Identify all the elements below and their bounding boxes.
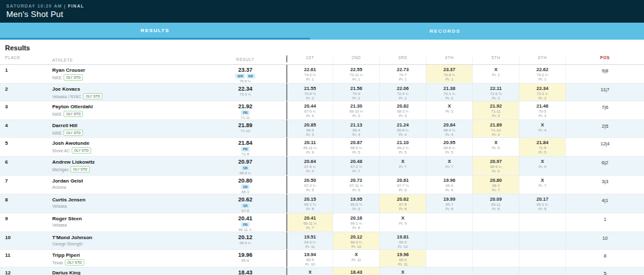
athlete-affiliation: Velaasa [52,204,67,208]
attempt-imperial: 66-1 ¾ [333,222,379,225]
col-header-1st: 1ST [286,55,333,62]
pos-cell: 3|3 [565,176,644,194]
attempt-mark: 22.61 [287,67,333,72]
result-mark: 20.80 [204,177,286,184]
attempt-cell: 20.95 68-8 ¾ Pt: 5 [426,138,472,156]
pos-cell: 4|1 [565,194,644,213]
attempt-mark: 20.72 [333,177,379,183]
attempt-points: Pt: 9 [287,150,333,154]
result-cell: 23.37 WRNR 76-8 ¼ [204,65,286,83]
col-header-result: RESULT [204,55,286,62]
attempt-points: Pt: 8 [426,207,472,211]
result-cell: 20.97 SB 68-9 ¾ [204,157,286,175]
attempt-cell: 19.95 65-5 ½ Pt: 9 [333,194,379,213]
attempt-mark: X [287,269,333,275]
attempt-cell: 21.30 69-10 ¾ Pt: 3 [333,101,379,120]
attempt-points: Pt: 7 [519,184,565,188]
attempt-cell: 19.96 65-6 Pt: 6 [426,176,472,194]
attempt-points: Pt: 10 [380,245,426,249]
attempt-cell: 20.12 66-0 ¼ Pt: 10 [333,232,379,249]
attempt-mark: 22.73 [380,67,426,72]
attempt-cell: 22.73 74-7 Pt: 1 [379,65,426,83]
place-cell: 2 [0,84,47,101]
result-badges: PB [204,222,286,227]
athlete-affiliation: NIKE [52,112,62,116]
result-cell: 21.92 PB 71-11 [204,101,286,120]
result-imperial: 66-0 ¼ [204,241,286,245]
attempt-mark: 20.17 [519,196,565,202]
athlete-name: Darrell Hill [52,123,204,128]
result-imperial: 71-11 [204,116,286,120]
place-label: 12 [5,270,11,275]
attempt-imperial: 68-3 ¾ [380,109,426,113]
result-imperial: 68-3 [204,190,286,194]
tab-results[interactable]: RESULTS [0,23,310,40]
attempt-imperial: 70-5 [519,109,565,113]
athlete-affiliation: Shore AC [52,149,70,153]
attempt-points: Pt: 4 [380,133,426,137]
pos-cell: 8 [565,250,644,267]
attempt-imperial: 67-11 ¾ [333,184,379,188]
result-mark: 23.37 [204,67,286,73]
result-cell: 21.89 71-10 [204,120,286,137]
athlete-cell: Curtis Jensen Velaasa [47,194,204,213]
meta-separator: | [64,4,66,8]
oly-std-badge: OLY STD [83,93,103,99]
place-cell: 4 [0,120,47,137]
attempt-points: Pt: 5 [287,188,333,192]
attempt-imperial: 67-8 [380,203,426,206]
table-row: 7 Jordan Geist Arizona 20.80 SB 68-3 20.… [0,175,644,194]
attempt-cell [519,232,565,249]
pos-value: 2|5 [602,123,608,129]
pos-value: 1 [604,216,606,222]
place-label: 10 [5,235,11,240]
attempt-cell: 20.84 68-4 ½ Pt: 4 [426,120,472,137]
col-header-4th: 4TH [426,55,472,62]
attempt-imperial: 71-11 [473,109,519,113]
result-mark: 18.43 [204,269,286,275]
result-mark: 20.41 [204,215,286,222]
attempt-mark: 20.97 [473,159,519,164]
attempt-mark: 19.94 [287,252,333,257]
attempt-cell: 21.13 69-4 Pt: 4 [333,120,379,137]
athlete-name: Ryan Crouser [52,67,204,73]
attempt-mark: X [333,252,379,257]
attempt-imperial: 66-2 ¼ [519,203,565,206]
result-cell: 20.62 SB 67-8 [204,194,286,213]
attempt-cell: 21.92 71-11 Pt: 3 [472,101,519,120]
result-imperial: 66-11 ¾ [204,228,286,232]
attempt-cell: X Pt: 7 [426,157,472,175]
pos-value: 7|6 [602,104,608,110]
attempt-cell: 20.17 66-2 ¼ Pt: 8 [519,194,565,213]
attempt-cell: 23.37 76-8 ¼ Pt: 1 [426,65,472,83]
tab-records[interactable]: RECORDS [310,23,580,40]
athlete-name: Josh Awotunde [52,140,204,146]
attempt-mark: 20.48 [333,159,379,164]
attempt-mark: 22.11 [473,86,519,91]
attempt-cell: 21.89 71-10 Pt: 4 [472,120,519,137]
result-cell: 20.80 SB 68-3 [204,176,286,194]
attempt-cell: 20.85 68-5 Pt: 3 [286,120,333,137]
oly-std-badge: OLY STD [72,147,91,154]
attempt-cell: 20.41 66-11 ¾ Pt: 7 [286,213,333,232]
attempt-mark: 20.87 [333,140,379,145]
attempt-mark: X [519,159,565,164]
attempt-mark: 20.09 [473,196,519,202]
attempt-mark: 21.56 [333,86,379,91]
attempt-imperial: 71-10 [473,128,519,132]
col-header-3rd: 3RD [379,55,426,62]
place-label: 11 [5,252,10,258]
place-cell: 1 [0,65,47,83]
attempt-cell [472,213,519,232]
attempt-cell: 19.94 65-5 Pt: 10 [286,250,333,267]
attempt-mark: X [473,140,519,145]
attempt-cell [519,250,565,267]
attempt-mark: 22.06 [380,86,426,91]
attempt-mark: 20.95 [426,140,472,145]
result-imperial: 68-9 ¾ [204,171,286,175]
attempt-cell: 20.61 67-7 ½ Pt: 6 [379,176,426,194]
place-label: 2 [5,86,8,92]
attempt-mark: 21.46 [519,103,565,109]
attempt-cell: 21.56 70-9 Pt: 2 [333,84,379,101]
col-header-2nd: 2ND [333,55,379,62]
